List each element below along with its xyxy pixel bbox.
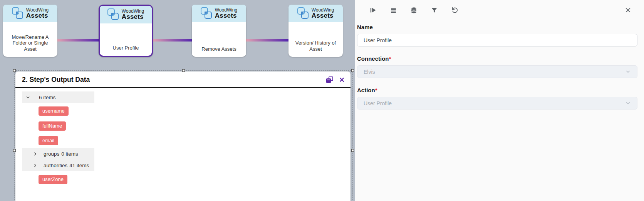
field-label-text: Connection: [357, 55, 389, 62]
inspector-toolbar: [355, 7, 458, 14]
data-field-badge[interactable]: userZone: [39, 175, 67, 184]
data-field-badge[interactable]: email: [39, 136, 58, 145]
woodwing-assets-logo-icon: [107, 8, 119, 21]
run-step-icon[interactable]: [369, 7, 377, 14]
workflow-canvas[interactable]: WoodWing Assets Move/Rename A Folder or …: [0, 0, 355, 201]
close-icon[interactable]: [339, 77, 345, 83]
step-inspector-panel: Name Connection* Elvis Action* User Prof…: [355, 0, 644, 201]
tree-row-label: 6 items: [39, 95, 56, 100]
field-label-text: Action: [357, 87, 375, 93]
field-label-text: Name: [357, 24, 373, 30]
filter-icon[interactable]: [431, 7, 438, 14]
node-header: WoodWing Assets: [288, 5, 343, 22]
data-field-badge[interactable]: username: [39, 106, 69, 116]
resize-handle-middle-right[interactable]: [351, 149, 354, 152]
node-label: Remove Assets: [192, 46, 246, 57]
product-name: Assets: [215, 12, 237, 19]
node-connector: [57, 39, 99, 42]
connection-select-value: Elvis: [364, 69, 625, 75]
action-select[interactable]: User Profile: [357, 97, 637, 110]
product-name: Assets: [122, 13, 144, 20]
step-output-data-panel[interactable]: 2. Step's Output Data 6 items username: [15, 71, 351, 201]
node-header: WoodWing Assets: [192, 5, 246, 22]
tree-row-label: authorities: [44, 163, 67, 168]
tree-row-root[interactable]: 6 items: [22, 91, 94, 103]
close-icon[interactable]: [625, 7, 631, 13]
tree-row-count: 0 items: [61, 151, 78, 157]
node-connector: [152, 39, 193, 42]
connection-field-label: Connection*: [357, 55, 637, 62]
chevron-down-icon: [625, 69, 631, 75]
name-input[interactable]: [357, 34, 637, 47]
woodwing-assets-logo-icon: [201, 7, 212, 20]
database-icon[interactable]: [410, 7, 418, 14]
output-data-tree: 6 items username fullName email groups 0…: [15, 88, 351, 184]
woodwing-assets-logo-icon: [297, 7, 309, 20]
tree-row-groups[interactable]: groups 0 items: [22, 148, 94, 159]
workflow-node-remove-assets[interactable]: WoodWing Assets Remove Assets: [192, 5, 246, 57]
panel-title: 2. Step's Output Data: [22, 76, 326, 84]
node-label: Version/ History of Asset: [288, 40, 343, 57]
inspector-form: Name Connection* Elvis Action* User Prof…: [357, 24, 637, 110]
action-select-value: User Profile: [364, 100, 625, 106]
workflow-node-user-profile[interactable]: WoodWing Assets User Profile: [99, 5, 153, 57]
chevron-down-icon: [625, 100, 631, 106]
chevron-right-icon: [33, 151, 38, 156]
resize-handle-top-left[interactable]: [13, 69, 16, 72]
tree-row-label: groups: [44, 151, 59, 157]
name-field-label: Name: [357, 24, 637, 30]
product-name: Assets: [312, 12, 334, 19]
workflow-node-move-rename[interactable]: WoodWing Assets Move/Rename A Folder or …: [3, 5, 57, 57]
resize-handle-top-middle[interactable]: [182, 69, 185, 72]
action-field-label: Action*: [357, 87, 637, 93]
woodwing-assets-logo-icon: [12, 7, 23, 20]
required-asterisk: *: [389, 55, 391, 62]
undo-icon[interactable]: [451, 7, 458, 14]
data-field-badge[interactable]: fullName: [39, 121, 66, 131]
node-connector: [246, 39, 288, 42]
copy-icon[interactable]: [326, 76, 333, 83]
product-name: Assets: [26, 12, 49, 19]
connection-select[interactable]: Elvis: [357, 65, 637, 78]
node-label: Move/Rename A Folder or Single Asset: [3, 34, 57, 57]
node-header: WoodWing Assets: [100, 6, 152, 23]
node-header: WoodWing Assets: [3, 5, 57, 22]
resize-handle-top-right[interactable]: [351, 69, 354, 72]
chevron-right-icon: [33, 163, 38, 168]
tree-row-authorities[interactable]: authorities 41 items: [22, 159, 94, 171]
workflow-node-version-history[interactable]: WoodWing Assets Version/ History of Asse…: [288, 5, 343, 57]
required-asterisk: *: [375, 87, 377, 93]
tree-row-count: 41 items: [69, 163, 89, 168]
chevron-down-icon: [25, 95, 30, 100]
log-list-icon[interactable]: [390, 7, 397, 14]
resize-handle-middle-left[interactable]: [13, 149, 16, 152]
node-label: User Profile: [100, 45, 152, 56]
